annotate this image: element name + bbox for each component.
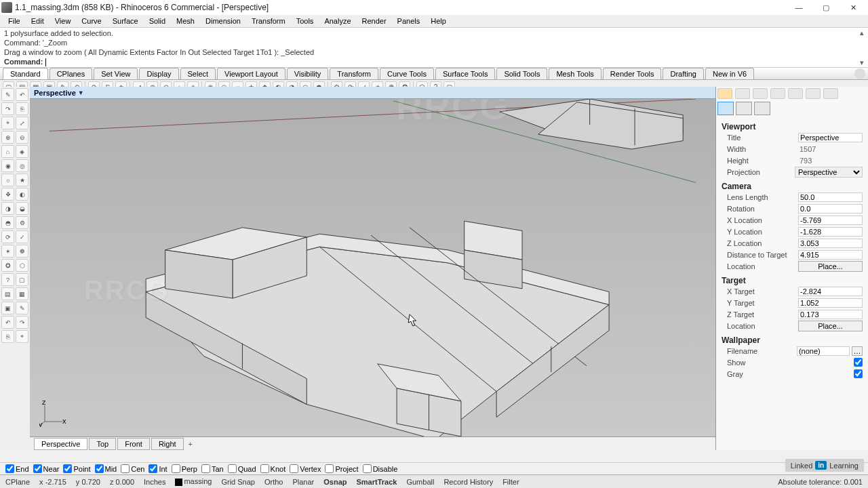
menu-tools[interactable]: Tools: [291, 17, 319, 25]
rotation-field[interactable]: 0.0: [798, 204, 863, 214]
menu-render[interactable]: Render: [357, 17, 392, 25]
tool-button[interactable]: ▦: [16, 287, 28, 300]
panel-tab-icon[interactable]: [806, 88, 821, 99]
menu-file[interactable]: File: [3, 17, 26, 25]
menu-solid[interactable]: Solid: [144, 17, 171, 25]
tool-button[interactable]: ⟳: [1, 230, 14, 243]
tool-button[interactable]: ◈: [16, 145, 28, 158]
toggle-ortho[interactable]: Ortho: [264, 478, 283, 486]
place-target-button[interactable]: Place...: [798, 321, 863, 331]
scroll-up-icon[interactable]: ▴: [857, 29, 867, 36]
tool-button[interactable]: ⌖: [16, 330, 28, 343]
menu-surface[interactable]: Surface: [107, 17, 144, 25]
toolbar-tab[interactable]: Viewport Layout: [217, 68, 285, 79]
toolbar-tab[interactable]: Mesh Tools: [549, 68, 601, 79]
subpanel-tab-icon[interactable]: [736, 102, 752, 115]
tool-button[interactable]: ⤢: [16, 117, 28, 129]
menu-curve[interactable]: Curve: [76, 17, 106, 25]
perspective-viewport[interactable]: z x y RRCG RRCG: [30, 99, 715, 436]
viewport-tab-right[interactable]: Right: [151, 438, 184, 450]
tool-button[interactable]: ▢: [16, 273, 28, 286]
menu-view[interactable]: View: [50, 17, 77, 25]
tool-button[interactable]: ✪: [1, 259, 14, 272]
lens-field[interactable]: 50.0: [798, 192, 863, 202]
menu-dimension[interactable]: Dimension: [200, 17, 246, 25]
toolbar-tab[interactable]: Visibility: [287, 68, 329, 79]
tool-button[interactable]: ◑: [1, 202, 14, 215]
toggle-gumball[interactable]: Gumball: [406, 478, 434, 486]
status-layer[interactable]: massing: [175, 477, 212, 486]
panel-tab-icon[interactable]: [770, 88, 785, 99]
menu-edit[interactable]: Edit: [26, 17, 50, 25]
panel-tab-icon[interactable]: [753, 88, 768, 99]
toolbar-tab[interactable]: New in V6: [705, 68, 754, 79]
tool-button[interactable]: ✎: [16, 302, 28, 314]
tool-button[interactable]: ◐: [16, 188, 28, 201]
toolbar-tab[interactable]: Set View: [94, 68, 138, 79]
status-tolerance[interactable]: Absolute tolerance: 0.001: [778, 478, 863, 486]
tool-button[interactable]: ⊖: [16, 131, 28, 144]
tool-button[interactable]: ★: [16, 174, 28, 186]
menu-help[interactable]: Help: [425, 17, 452, 25]
osnap-int-checkbox[interactable]: [149, 464, 157, 473]
tool-button[interactable]: ↷: [16, 316, 28, 329]
osnap-quad-checkbox[interactable]: [228, 464, 237, 473]
menu-analyze[interactable]: Analyze: [319, 17, 356, 25]
tool-button[interactable]: ◉: [1, 159, 14, 172]
tool-button[interactable]: ◒: [16, 202, 28, 215]
toolbar-tab[interactable]: CPlanes: [50, 68, 93, 79]
subpanel-tab-icon[interactable]: [754, 102, 770, 115]
tool-button[interactable]: ⎘: [16, 102, 28, 115]
tool-button[interactable]: ✶: [1, 245, 14, 258]
target-x-field[interactable]: -2.824: [798, 287, 863, 296]
toggle-filter[interactable]: Filter: [502, 478, 519, 486]
toolbar-tab[interactable]: Standard: [3, 68, 48, 79]
tool-button[interactable]: ◎: [16, 159, 28, 172]
osnap-point-checkbox[interactable]: [63, 464, 72, 473]
wallpaper-show-checkbox[interactable]: [854, 358, 863, 367]
tool-button[interactable]: ⌖: [1, 117, 14, 129]
status-cplane[interactable]: CPlane: [5, 478, 30, 486]
panel-tab-icon[interactable]: [788, 88, 803, 99]
tool-button[interactable]: ↶: [1, 316, 14, 329]
viewport-tab-top[interactable]: Top: [89, 438, 116, 450]
target-y-field[interactable]: 1.052: [798, 298, 863, 308]
menu-transform[interactable]: Transform: [246, 17, 291, 25]
osnap-knot-checkbox[interactable]: [260, 464, 269, 473]
command-scrollbar[interactable]: ▴▾: [857, 29, 867, 66]
toolbar-tab[interactable]: Surface Tools: [435, 68, 495, 79]
toggle-osnap[interactable]: Osnap: [323, 478, 347, 486]
viewport-props-tab-icon[interactable]: [717, 102, 734, 115]
viewport-title[interactable]: Perspective ▼: [30, 87, 715, 99]
tool-button[interactable]: ⬡: [16, 259, 28, 272]
osnap-project-checkbox[interactable]: [325, 464, 334, 473]
toolbar-tab[interactable]: Drafting: [663, 68, 704, 79]
viewport-tab-perspective[interactable]: Perspective: [34, 438, 87, 450]
scroll-down-icon[interactable]: ▾: [857, 59, 867, 66]
viewport-title-field[interactable]: Perspective: [798, 133, 863, 142]
tool-button[interactable]: ↷: [1, 102, 14, 115]
browse-button[interactable]: …: [852, 346, 863, 356]
panel-tab-icon[interactable]: [823, 88, 838, 99]
toggle-smarttrack[interactable]: SmartTrack: [356, 478, 397, 486]
osnap-near-checkbox[interactable]: [33, 464, 42, 473]
cam-y-field[interactable]: -1.628: [798, 227, 863, 237]
gear-icon[interactable]: [854, 68, 865, 79]
osnap-perp-checkbox[interactable]: [172, 464, 180, 473]
toolbar-tab[interactable]: Render Tools: [603, 68, 662, 79]
panel-tab-properties-icon[interactable]: [717, 88, 732, 99]
place-camera-button[interactable]: Place...: [798, 261, 863, 272]
command-area[interactable]: 1 polysurface added to selection. Comman…: [0, 27, 868, 68]
add-viewport-button[interactable]: +: [185, 440, 196, 448]
toolbar-tab[interactable]: Curve Tools: [380, 68, 434, 79]
tool-button[interactable]: ⚙: [16, 216, 28, 229]
command-cursor[interactable]: [45, 58, 46, 66]
wallpaper-file-field[interactable]: (none): [797, 346, 850, 356]
maximize-button[interactable]: ▢: [812, 1, 840, 14]
toolbar-tab[interactable]: Select: [180, 68, 216, 79]
close-button[interactable]: ✕: [840, 1, 867, 14]
tool-button[interactable]: ✓: [16, 230, 28, 243]
osnap-disable-checkbox[interactable]: [363, 464, 372, 473]
toolbar-tab[interactable]: Solid Tools: [496, 68, 547, 79]
cam-dist-field[interactable]: 4.915: [798, 250, 863, 260]
